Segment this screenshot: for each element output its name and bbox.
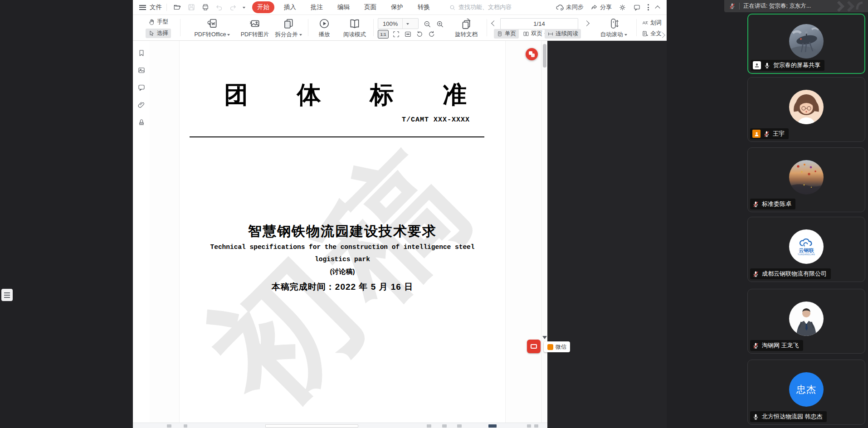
attachment-panel-button[interactable] — [137, 101, 146, 109]
reading-mode-button[interactable]: 阅读模式 — [338, 18, 371, 39]
document-viewport[interactable]: 初稿 团体标准 T/CAMT XXX-XXXX 智慧钢铁物流园建设技术要求 Te… — [150, 41, 541, 423]
more-actions-caret-icon[interactable] — [243, 7, 245, 9]
tab-6[interactable]: 保护 — [386, 1, 408, 13]
status-bar-item[interactable] — [488, 424, 497, 428]
stamp-sign-panel-button[interactable] — [137, 118, 146, 126]
save-icon[interactable] — [187, 3, 195, 11]
print-icon[interactable] — [201, 3, 210, 11]
participant-tile-5[interactable]: 淘钢网 王龙飞 — [747, 289, 865, 354]
bookmark-panel-button[interactable] — [137, 49, 146, 57]
play-button[interactable]: 播放 — [312, 18, 336, 39]
continuous-reading-icon — [547, 31, 554, 37]
hand-tool-button[interactable]: 手型 — [146, 17, 171, 27]
zoom-out-icon[interactable] — [423, 20, 431, 28]
pdf-to-image-icon — [249, 18, 261, 29]
rotate-left-icon[interactable] — [416, 30, 424, 38]
status-bar-item[interactable] — [527, 424, 531, 428]
settings-gear-icon[interactable] — [619, 4, 626, 11]
zoom-in-icon[interactable] — [436, 20, 444, 28]
full-translate-button[interactable]: 全文 — [642, 30, 662, 38]
wechat-app-icon[interactable] — [527, 340, 541, 353]
tab-2[interactable]: 插入 — [279, 1, 301, 13]
redo-icon[interactable] — [229, 4, 237, 11]
scrollbar-thumb[interactable] — [543, 44, 546, 68]
left-tool-rail — [133, 41, 150, 423]
rotate-document-button[interactable]: 旋转文档 — [450, 18, 482, 39]
pdf-page: 初稿 团体标准 T/CAMT XXX-XXXX 智慧钢铁物流园建设技术要求 Te… — [179, 41, 506, 423]
hamburger-menu-icon[interactable] — [139, 5, 146, 10]
page-indicator-box[interactable]: 1/14 — [500, 18, 578, 29]
standard-title-char: 团 — [224, 79, 248, 112]
vertical-scrollbar[interactable] — [541, 41, 547, 423]
split-merge-button[interactable]: 拆分合并 — [272, 18, 305, 39]
rotate-right-icon[interactable] — [428, 30, 435, 38]
participant-tile-4[interactable]: 云钢联YUNGANGLIAN成都云钢联物流有限公司 — [747, 217, 865, 282]
avatar-portrait-photo — [789, 301, 824, 336]
tab-5[interactable]: 页面 — [359, 1, 381, 13]
status-bar-item[interactable] — [427, 424, 431, 428]
scroll-down-arrow-icon[interactable] — [542, 336, 547, 339]
english-title-line2: logistics park — [180, 256, 505, 263]
app-titlebar: 文件 开始插入批注编辑页面保护转换 查找功能、文档内容 未同步 分享 — [133, 0, 667, 15]
feedback-chat-icon[interactable] — [633, 4, 641, 11]
floating-list-button[interactable] — [1, 289, 13, 301]
avatar-company-logo: 云钢联YUNGANGLIAN — [789, 229, 824, 264]
cursor-icon — [148, 30, 155, 37]
continuous-reading-button[interactable]: 连续阅读 — [545, 29, 581, 39]
status-bar-item[interactable] — [442, 424, 447, 428]
pdf-to-image-button[interactable]: PDF转图片 — [238, 18, 272, 39]
thumbnails-panel-button[interactable] — [137, 66, 146, 74]
auto-scroll-button[interactable]: 自动滚动 — [596, 18, 631, 39]
participant-name: 标准委陈卓 — [762, 200, 791, 208]
banner-mic-muted-icon[interactable] — [729, 3, 736, 10]
select-tool-button[interactable]: 选择 — [146, 29, 171, 38]
status-bar-item[interactable] — [534, 424, 538, 428]
wechat-tooltip[interactable]: 微信 — [544, 341, 570, 352]
pdf-to-office-icon — [206, 18, 218, 29]
word-translate-button[interactable]: 划词 — [642, 19, 662, 27]
open-folder-icon[interactable] — [173, 3, 181, 11]
divider — [739, 3, 740, 10]
share-button[interactable]: 分享 — [590, 3, 612, 11]
participant-name: 北方恒达物流园 韩忠杰 — [762, 413, 823, 421]
share-icon — [590, 4, 598, 11]
pdf-to-office-button[interactable]: PDF转Office — [187, 18, 237, 39]
participant-tile-3[interactable]: 标准委陈卓 — [747, 147, 865, 212]
tab-4[interactable]: 编辑 — [332, 1, 355, 13]
single-page-button[interactable]: 单页 — [494, 29, 519, 39]
next-page-icon[interactable] — [584, 20, 590, 26]
collapse-ribbon-icon[interactable] — [655, 5, 660, 10]
avatar-initials: 忠杰 — [789, 372, 824, 407]
status-bar-item[interactable] — [184, 424, 187, 428]
fit-width-icon[interactable] — [404, 30, 412, 38]
draft-label: (讨论稿) — [180, 268, 505, 276]
floating-translate-badge[interactable] — [526, 48, 538, 60]
participant-tile-6[interactable]: 忠杰北方恒达物流园 韩忠杰 — [747, 360, 865, 425]
search-box[interactable]: 查找功能、文档内容 — [449, 3, 512, 11]
file-menu-button[interactable]: 文件 — [150, 3, 162, 11]
participant-tile-2[interactable]: 王宇 — [747, 77, 865, 142]
fit-page-icon[interactable] — [392, 30, 400, 38]
stamp-sign-icon — [137, 118, 146, 126]
status-bar-item[interactable] — [265, 424, 358, 428]
participant-label: 贺宗春的屏幕共享 — [751, 60, 824, 71]
comment-panel-button[interactable] — [137, 83, 146, 92]
spaced-standard-title: 团体标准 — [224, 79, 467, 112]
status-bar-item[interactable] — [457, 424, 462, 428]
tab-1[interactable]: 开始 — [252, 1, 274, 13]
more-menu-icon[interactable] — [648, 4, 649, 10]
zoom-dropdown-caret[interactable] — [402, 19, 412, 29]
zoom-level-dropdown[interactable]: 100% — [378, 18, 419, 29]
actual-size-button[interactable]: 1:1 — [378, 30, 389, 39]
undo-icon[interactable] — [215, 4, 223, 11]
double-page-icon — [523, 31, 529, 37]
tab-7[interactable]: 转换 — [413, 1, 435, 13]
status-bar — [133, 423, 547, 428]
split-merge-icon — [283, 18, 294, 29]
tab-3[interactable]: 批注 — [306, 1, 328, 13]
full-translate-icon — [642, 30, 649, 37]
sync-status[interactable]: 未同步 — [556, 3, 584, 12]
status-bar-item[interactable] — [167, 424, 171, 428]
prev-page-icon[interactable] — [491, 20, 497, 26]
participant-tile-1[interactable]: 贺宗春的屏幕共享 — [747, 14, 865, 74]
